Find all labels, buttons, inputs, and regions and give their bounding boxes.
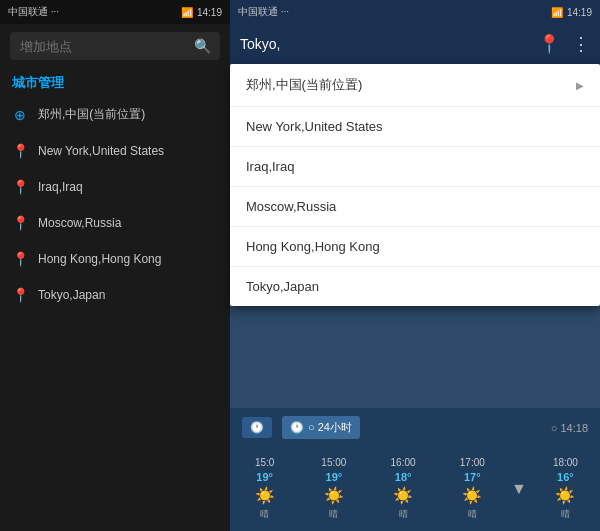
hour-cond-0: 晴 bbox=[260, 508, 269, 521]
hourly-forecast: 15:0 19° ☀️ 晴 15:00 19° ☀️ 晴 16:00 18° ☀… bbox=[230, 447, 600, 531]
city-item-2[interactable]: 📍 Iraq,Iraq bbox=[0, 169, 230, 205]
dropdown-item-2[interactable]: Iraq,Iraq bbox=[230, 147, 600, 187]
dropdown-item-5[interactable]: Tokyo,Japan bbox=[230, 267, 600, 306]
time-right: 14:19 bbox=[567, 7, 592, 18]
dropdown-item-1[interactable]: New York,United States bbox=[230, 107, 600, 147]
city-name-0: 郑州,中国(当前位置) bbox=[38, 106, 145, 123]
current-city-display: Tokyo, bbox=[240, 36, 530, 52]
bottom-section: 🕐 🕐 ○ 24小时 ○ 14:18 15:0 19° ☀️ 晴 15:00 1… bbox=[230, 408, 600, 531]
city-name-5: Tokyo,Japan bbox=[38, 288, 105, 302]
search-bar[interactable]: 🔍 bbox=[10, 32, 220, 60]
dropdown-arrow-0: ▶ bbox=[576, 80, 584, 91]
hour-time-0: 15:0 bbox=[255, 457, 274, 468]
hour-temp-3: 17° bbox=[464, 471, 481, 483]
clock-icon-24h: 🕐 bbox=[290, 421, 304, 434]
hour-temp-0: 19° bbox=[256, 471, 273, 483]
toggle-24h-label: ○ 24小时 bbox=[308, 420, 352, 435]
time-left: 14:19 bbox=[197, 7, 222, 18]
top-bar: Tokyo, 📍 ⋮ bbox=[230, 24, 600, 64]
status-bar-left: 中国联通 ··· 📶 14:19 bbox=[0, 0, 230, 24]
city-name-3: Moscow,Russia bbox=[38, 216, 121, 230]
current-time-display: ○ 14:18 bbox=[551, 422, 588, 434]
city-name-1: New York,United States bbox=[38, 144, 164, 158]
toggle-btn-24h[interactable]: 🕐 ○ 24小时 bbox=[282, 416, 360, 439]
hour-temp-1: 19° bbox=[326, 471, 343, 483]
dropdown-city-name-4: Hong Kong,Hong Kong bbox=[246, 239, 380, 254]
scroll-indicator[interactable]: ▼ bbox=[507, 453, 531, 525]
location-icon-2: 📍 bbox=[12, 179, 28, 195]
dropdown-city-name-5: Tokyo,Japan bbox=[246, 279, 319, 294]
hour-time-3: 17:00 bbox=[460, 457, 485, 468]
top-bar-icons: 📍 ⋮ bbox=[538, 33, 590, 55]
more-options-icon[interactable]: ⋮ bbox=[572, 33, 590, 55]
hour-time-1: 15:00 bbox=[321, 457, 346, 468]
city-item-1[interactable]: 📍 New York,United States bbox=[0, 133, 230, 169]
hour-icon-3: ☀️ bbox=[462, 486, 482, 505]
hour-item-4: 18:00 16° ☀️ 晴 bbox=[531, 453, 600, 525]
search-input[interactable] bbox=[20, 39, 188, 54]
hour-temp-2: 18° bbox=[395, 471, 412, 483]
city-item-current[interactable]: ⊕ 郑州,中国(当前位置) bbox=[0, 96, 230, 133]
hour-icon-0: ☀️ bbox=[255, 486, 275, 505]
left-panel: 中国联通 ··· 📶 14:19 🔍 城市管理 ⊕ 郑州,中国(当前位置) 📍 … bbox=[0, 0, 230, 531]
section-title: 城市管理 bbox=[0, 68, 230, 96]
city-dropdown[interactable]: 郑州,中国(当前位置) ▶ New York,United States Ira… bbox=[230, 64, 600, 306]
city-item-4[interactable]: 📍 Hong Kong,Hong Kong bbox=[0, 241, 230, 277]
hour-time-4: 18:00 bbox=[553, 457, 578, 468]
clock-icon-left: 🕐 bbox=[250, 421, 264, 434]
city-name-2: Iraq,Iraq bbox=[38, 180, 83, 194]
right-panel: 中国联通 ··· 📶 14:19 Tokyo, 📍 ⋮ 郑州,中国(当前位置) … bbox=[230, 0, 600, 531]
hour-icon-2: ☀️ bbox=[393, 486, 413, 505]
hour-cond-4: 晴 bbox=[561, 508, 570, 521]
wifi-icon-right: 📶 bbox=[551, 7, 563, 18]
city-name-4: Hong Kong,Hong Kong bbox=[38, 252, 161, 266]
carrier-right: 中国联通 ··· bbox=[238, 5, 289, 19]
dropdown-item-0[interactable]: 郑州,中国(当前位置) ▶ bbox=[230, 64, 600, 107]
dropdown-city-name-3: Moscow,Russia bbox=[246, 199, 336, 214]
location-icon-current: ⊕ bbox=[12, 107, 28, 123]
hour-cond-1: 晴 bbox=[329, 508, 338, 521]
location-icon-4: 📍 bbox=[12, 251, 28, 267]
city-item-3[interactable]: 📍 Moscow,Russia bbox=[0, 205, 230, 241]
status-icons-left: 📶 14:19 bbox=[181, 7, 222, 18]
dropdown-city-name-1: New York,United States bbox=[246, 119, 383, 134]
dropdown-item-3[interactable]: Moscow,Russia bbox=[230, 187, 600, 227]
hour-item-2: 16:00 18° ☀️ 晴 bbox=[368, 453, 437, 525]
location-pin-icon[interactable]: 📍 bbox=[538, 33, 560, 55]
hour-item-1: 15:00 19° ☀️ 晴 bbox=[299, 453, 368, 525]
hour-cond-3: 晴 bbox=[468, 508, 477, 521]
hour-item-3: 17:00 17° ☀️ 晴 bbox=[438, 453, 507, 525]
location-icon-5: 📍 bbox=[12, 287, 28, 303]
wifi-icon: 📶 bbox=[181, 7, 193, 18]
city-item-5[interactable]: 📍 Tokyo,Japan bbox=[0, 277, 230, 313]
hour-time-2: 16:00 bbox=[391, 457, 416, 468]
search-icon[interactable]: 🔍 bbox=[194, 38, 211, 54]
location-icon-3: 📍 bbox=[12, 215, 28, 231]
hour-temp-4: 16° bbox=[557, 471, 574, 483]
location-icon-1: 📍 bbox=[12, 143, 28, 159]
hour-item-0: 15:0 19° ☀️ 晴 bbox=[230, 453, 299, 525]
status-icons-right: 📶 14:19 bbox=[551, 7, 592, 18]
hour-cond-2: 晴 bbox=[399, 508, 408, 521]
city-list: ⊕ 郑州,中国(当前位置) 📍 New York,United States 📍… bbox=[0, 96, 230, 531]
status-bar-right: 中国联通 ··· 📶 14:19 bbox=[230, 0, 600, 24]
toggle-btn-left[interactable]: 🕐 bbox=[242, 417, 272, 438]
time-toggle-bar: 🕐 🕐 ○ 24小时 ○ 14:18 bbox=[230, 408, 600, 447]
hour-icon-4: ☀️ bbox=[555, 486, 575, 505]
carrier-left: 中国联通 ··· bbox=[8, 5, 59, 19]
hour-icon-1: ☀️ bbox=[324, 486, 344, 505]
dropdown-city-name-0: 郑州,中国(当前位置) bbox=[246, 76, 362, 94]
dropdown-item-4[interactable]: Hong Kong,Hong Kong bbox=[230, 227, 600, 267]
dropdown-city-name-2: Iraq,Iraq bbox=[246, 159, 294, 174]
